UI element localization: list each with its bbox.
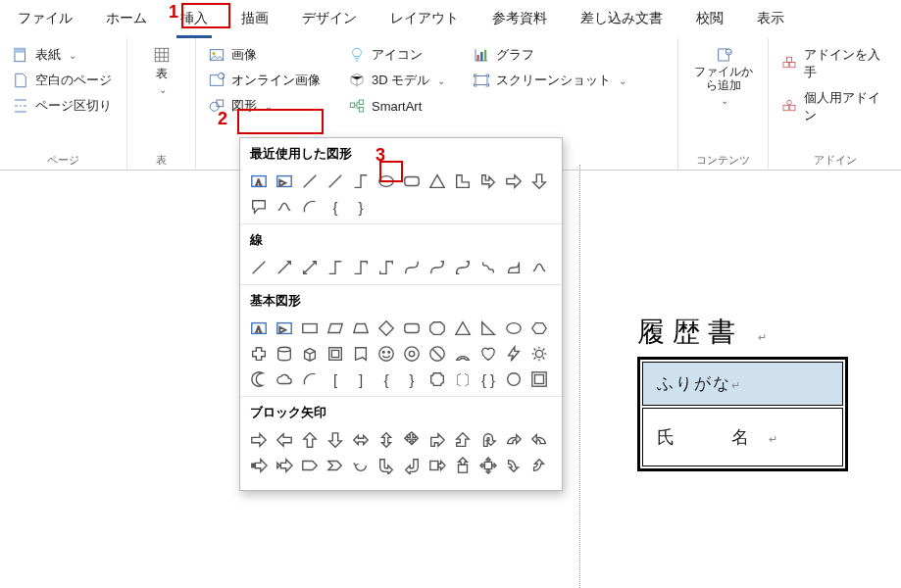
shape-l-arrow[interactable] — [477, 171, 499, 192]
shape-arrow-notched[interactable] — [274, 455, 295, 476]
shape-sun[interactable] — [528, 343, 550, 365]
shape-cross[interactable] — [248, 343, 270, 365]
shape-freeform-scribble[interactable] — [274, 196, 295, 218]
shape-scribble[interactable] — [528, 257, 550, 278]
shape-line-arrow[interactable] — [274, 257, 295, 278]
shape-block-arc[interactable] — [452, 343, 474, 365]
shape-arrow-callout-u[interactable] — [452, 455, 474, 476]
table-button[interactable]: 表⌄ — [137, 44, 185, 97]
shape-elbow[interactable] — [325, 257, 346, 278]
shape-no[interactable] — [426, 343, 448, 365]
shape-textbox-h[interactable]: A — [248, 171, 270, 192]
shape-octagon[interactable] — [426, 318, 448, 339]
shape-arrow-left[interactable] — [274, 429, 295, 451]
tab-home[interactable]: ホーム — [102, 6, 151, 38]
shape-arrow-curved-down[interactable] — [503, 455, 525, 476]
smartart-button[interactable]: SmartArt — [346, 95, 447, 117]
shape-oval[interactable] — [375, 171, 397, 192]
shape-arrow-pentagon[interactable] — [299, 455, 321, 476]
tab-design[interactable]: デザイン — [298, 6, 361, 38]
shape-right-triangle[interactable] — [477, 318, 499, 339]
shape-trapezoid[interactable] — [350, 318, 372, 339]
shape-can[interactable] — [274, 343, 295, 365]
shape-teardrop[interactable] — [503, 368, 525, 390]
shape-oval2[interactable] — [503, 318, 525, 339]
icons-button[interactable]: アイコン — [346, 44, 447, 66]
tab-draw[interactable]: 描画 — [237, 6, 273, 38]
shape-frame[interactable] — [528, 368, 550, 390]
pictures-button[interactable]: 画像 — [206, 44, 323, 66]
shape-bracket-l[interactable]: [ — [325, 368, 346, 390]
shape-line-double[interactable] — [299, 257, 321, 278]
shape-arrow-callout-r[interactable] — [426, 455, 448, 476]
shape-elbow-double[interactable] — [375, 257, 397, 278]
shape-roundrect2[interactable] — [401, 318, 423, 339]
shape-arrow-lr[interactable] — [350, 429, 372, 451]
shape-arc[interactable] — [299, 196, 321, 218]
shape-parallelogram[interactable] — [325, 318, 346, 339]
shape-donut[interactable] — [401, 343, 423, 365]
shape-line-plain[interactable] — [248, 257, 270, 278]
shape-brace-left[interactable]: { — [325, 196, 346, 218]
shape-line[interactable] — [299, 171, 321, 192]
tab-view[interactable]: 表示 — [753, 6, 788, 38]
shape-arrow-circular[interactable] — [350, 455, 372, 476]
shape-diamond[interactable] — [375, 318, 397, 339]
shape-brace-l[interactable]: { — [375, 368, 397, 390]
shape-arrow-bent-r[interactable] — [426, 429, 448, 451]
shape-textbox-h2[interactable]: A — [248, 318, 270, 339]
shape-double-brace[interactable]: { } — [477, 368, 499, 390]
shape-arrow-quad[interactable] — [401, 429, 423, 451]
tab-mailings[interactable]: 差し込み文書 — [576, 6, 667, 38]
shape-textbox-v2[interactable]: ▷ — [274, 318, 295, 339]
tab-layout[interactable]: レイアウト — [386, 6, 463, 38]
shape-smiley[interactable] — [375, 343, 397, 365]
shape-rect[interactable] — [299, 318, 321, 339]
shape-arrow-striped[interactable] — [248, 455, 270, 476]
shape-arrow-bent-u[interactable] — [452, 429, 474, 451]
shape-callout[interactable] — [248, 196, 270, 218]
shape-elbow-arrow[interactable] — [350, 257, 372, 278]
online-pictures-button[interactable]: オンライン画像 — [206, 70, 323, 91]
shape-cube[interactable] — [299, 343, 321, 365]
shape-lightning[interactable] — [503, 343, 525, 365]
shape-arrow-bent-corner-r[interactable] — [375, 455, 397, 476]
shape-arrow-curved-l[interactable] — [528, 429, 550, 451]
shape-triangle2[interactable] — [452, 318, 474, 339]
shape-arrow-ud[interactable] — [375, 429, 397, 451]
shape-cloud[interactable] — [274, 368, 295, 390]
tab-file[interactable]: ファイル — [14, 6, 76, 38]
shape-bevel[interactable] — [325, 343, 346, 365]
shape-arrow-uturn[interactable] — [477, 429, 499, 451]
shape-arrow-curved-r[interactable] — [503, 429, 525, 451]
shape-down-arrow[interactable] — [528, 171, 550, 192]
page-break-button[interactable]: ページ区切り — [10, 95, 117, 117]
shape-arrow-chevron[interactable] — [325, 455, 346, 476]
shape-right-arrow[interactable] — [503, 171, 525, 192]
my-addins-button[interactable]: 個人用アドイン — [778, 87, 891, 126]
shape-arrow-callout-quad[interactable] — [477, 455, 499, 476]
cell-furigana[interactable]: ふりがな↵ — [642, 362, 843, 406]
shape-arrow-curved-up[interactable] — [528, 455, 550, 476]
shape-curve-double[interactable] — [452, 257, 474, 278]
3d-models-button[interactable]: 3D モデル⌄ — [346, 70, 447, 91]
reuse-files-button[interactable]: ファイルか ら追加⌄ — [688, 44, 758, 108]
shape-arrow-down[interactable] — [325, 429, 346, 451]
shape-arc2[interactable] — [299, 368, 321, 390]
shape-moon[interactable] — [248, 368, 270, 390]
tab-review[interactable]: 校閲 — [692, 6, 727, 38]
shape-arrow-right[interactable] — [248, 429, 270, 451]
cover-page-button[interactable]: 表紙⌄ — [10, 44, 117, 66]
shape-folded[interactable] — [350, 343, 372, 365]
shape-arrow-up[interactable] — [299, 429, 321, 451]
cell-name[interactable]: 氏 名↵ — [642, 408, 843, 466]
tab-insert[interactable]: 挿入 — [176, 6, 212, 38]
shape-line2[interactable] — [325, 171, 346, 192]
shape-arrow-bent-corner-l[interactable] — [401, 455, 423, 476]
shape-elbow-connector[interactable] — [350, 171, 372, 192]
tab-references[interactable]: 参考資料 — [488, 6, 551, 38]
shape-curve-arrow[interactable] — [426, 257, 448, 278]
blank-page-button[interactable]: 空白のページ — [10, 70, 117, 91]
shape-brace-right[interactable]: } — [350, 196, 372, 218]
shape-textbox-v[interactable]: ▷ — [274, 171, 295, 192]
